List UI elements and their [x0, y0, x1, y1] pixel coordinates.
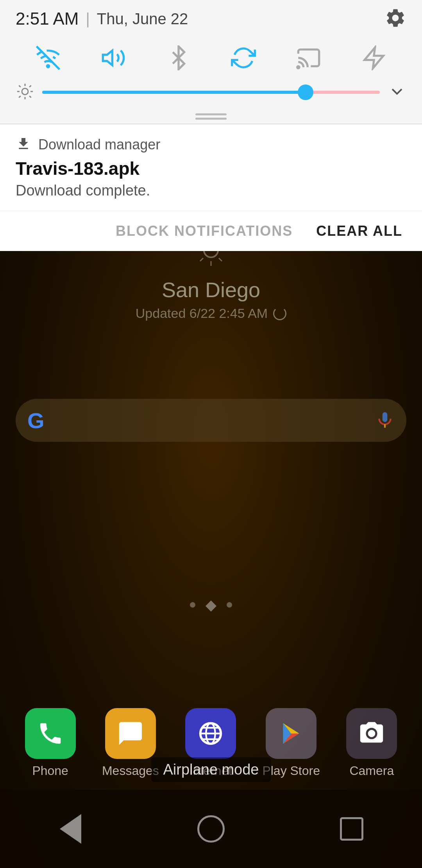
- recents-icon: [340, 817, 363, 841]
- navigation-bar: [0, 790, 422, 868]
- internet-app-icon[interactable]: [185, 708, 236, 759]
- home-button[interactable]: [195, 813, 227, 845]
- notification-title: Travis-183.apk: [16, 158, 406, 179]
- playstore-app-icon[interactable]: [266, 708, 316, 759]
- home-icon: [197, 815, 225, 843]
- svg-line-28: [29, 96, 31, 97]
- svg-marker-21: [103, 50, 112, 65]
- back-icon: [60, 814, 81, 844]
- status-time: 2:51 AM: [16, 9, 79, 29]
- google-search-bar[interactable]: G: [16, 399, 406, 442]
- block-notifications-button[interactable]: BLOCK NOTIFICATIONS: [112, 219, 297, 243]
- city-name: San Diego: [0, 278, 422, 302]
- notification-action-bar: BLOCK NOTIFICATIONS CLEAR ALL: [0, 211, 422, 251]
- notification-header: Download manager: [16, 136, 406, 153]
- clear-all-button[interactable]: CLEAR ALL: [312, 219, 406, 243]
- page-dot: [227, 602, 232, 608]
- download-icon: [16, 136, 31, 153]
- brightness-thumb: [298, 84, 313, 100]
- svg-point-22: [297, 66, 299, 68]
- home-indicator-dot: [206, 601, 216, 612]
- svg-line-6: [219, 258, 222, 261]
- svg-line-31: [19, 96, 20, 97]
- drag-line: [195, 113, 227, 115]
- status-bar: 2:51 AM | Thu, June 22: [0, 0, 422, 38]
- notification-item[interactable]: Download manager Travis-183.apk Download…: [0, 124, 422, 211]
- volume-toggle[interactable]: [101, 45, 126, 70]
- chevron-down-icon[interactable]: [388, 82, 406, 102]
- airplane-mode-toast: Airplane mode: [0, 757, 422, 782]
- google-logo: G: [27, 408, 45, 433]
- notification-panel: 2:51 AM | Thu, June 22: [0, 0, 422, 251]
- svg-line-32: [29, 85, 31, 87]
- refresh-icon: [273, 307, 286, 320]
- weather-updated: Updated 6/22 2:45 AM: [0, 306, 422, 321]
- flashlight-toggle[interactable]: [361, 45, 386, 70]
- notification-app-name: Download manager: [38, 136, 160, 153]
- page-dot: [190, 602, 195, 608]
- brightness-icon: [16, 82, 34, 102]
- recents-button[interactable]: [336, 813, 367, 845]
- brightness-track: [42, 91, 380, 94]
- page-indicators: [0, 602, 422, 610]
- settings-icon[interactable]: [384, 7, 406, 30]
- messages-app-icon[interactable]: [105, 708, 156, 759]
- svg-marker-23: [365, 47, 383, 68]
- drag-handle: [0, 110, 422, 124]
- status-date: Thu, June 22: [97, 10, 188, 28]
- svg-line-8: [200, 258, 203, 261]
- sync-toggle[interactable]: [231, 45, 256, 70]
- phone-app-icon[interactable]: [25, 708, 76, 759]
- back-button[interactable]: [55, 813, 86, 845]
- brightness-slider[interactable]: [42, 83, 380, 102]
- camera-app-icon[interactable]: [346, 708, 397, 759]
- drag-line: [195, 118, 227, 120]
- svg-line-27: [19, 85, 20, 87]
- microphone-icon[interactable]: [375, 411, 395, 430]
- svg-point-20: [47, 65, 49, 67]
- status-divider: |: [86, 10, 89, 28]
- bluetooth-toggle[interactable]: [166, 45, 191, 70]
- brightness-row: [0, 78, 422, 110]
- quick-settings-row: [0, 38, 422, 78]
- notification-body: Download complete.: [16, 182, 406, 199]
- status-bar-left: 2:51 AM | Thu, June 22: [16, 9, 188, 29]
- cast-toggle[interactable]: [296, 45, 321, 70]
- wifi-toggle[interactable]: [36, 45, 61, 70]
- svg-rect-9: [383, 412, 388, 422]
- svg-point-24: [22, 88, 28, 95]
